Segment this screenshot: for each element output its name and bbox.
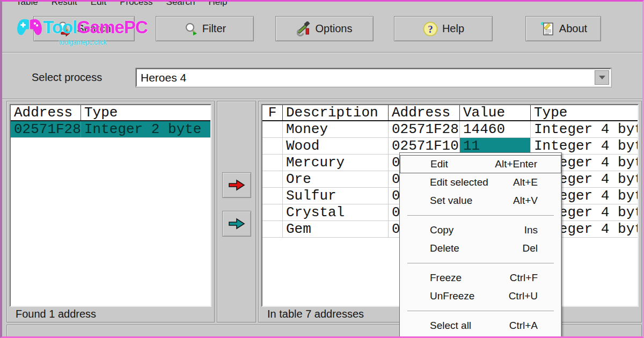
search-button-label: Search bbox=[77, 23, 111, 35]
about-button-label: About bbox=[559, 23, 587, 35]
freeze-cell[interactable] bbox=[262, 121, 283, 137]
memory-editor-window: TableResultEditProcessSearchHelp Search … bbox=[0, 0, 644, 338]
found-status-label: Found 1 address bbox=[16, 308, 96, 320]
chevron-down-icon bbox=[599, 76, 605, 79]
context-menu-item[interactable]: Delete Del bbox=[400, 239, 561, 258]
transfer-strip bbox=[217, 101, 256, 322]
context-menu-item-shortcut: Del bbox=[522, 243, 538, 254]
context-menu-item-shortcut: Alt+Enter bbox=[495, 158, 537, 170]
context-menu-item-label: Edit selected bbox=[430, 177, 488, 188]
help-button[interactable]: ? Help bbox=[394, 16, 493, 41]
description-cell[interactable]: Wood bbox=[283, 138, 389, 154]
freeze-cell[interactable] bbox=[262, 138, 283, 154]
description-cell[interactable]: Crystal bbox=[283, 204, 389, 221]
search-button[interactable]: Search bbox=[33, 16, 135, 41]
column-header-description[interactable]: Description bbox=[283, 105, 389, 120]
result-address-cell[interactable]: 02571F28 bbox=[11, 121, 81, 137]
context-menu-item-label: UnFreeze bbox=[430, 290, 474, 302]
type-cell[interactable]: Integer 4 byte bbox=[531, 121, 638, 137]
process-divider bbox=[2, 99, 642, 100]
context-menu-item-shortcut: Ctrl+U bbox=[509, 290, 538, 302]
process-combobox[interactable]: Heroes 4 bbox=[136, 68, 611, 87]
column-header-type[interactable]: Type bbox=[81, 105, 210, 120]
context-menu-item-shortcut: Alt+V bbox=[513, 195, 538, 207]
about-note-icon bbox=[539, 21, 555, 37]
context-menu-item-label: Set value bbox=[430, 195, 472, 207]
cheat-table-header: F Description Address Value Type bbox=[262, 105, 638, 121]
result-type-cell[interactable]: Integer 2 byte bbox=[81, 121, 210, 137]
context-menu-item[interactable]: Select all Ctrl+A bbox=[400, 317, 561, 335]
context-menu-item-label: Copy bbox=[430, 224, 453, 236]
process-combobox-value: Heroes 4 bbox=[141, 71, 186, 84]
value-cell[interactable]: 11 bbox=[460, 138, 531, 154]
context-menu-item[interactable]: Edit selected Alt+E bbox=[400, 173, 561, 192]
filter-icon bbox=[184, 21, 199, 36]
options-tools-icon bbox=[297, 21, 312, 36]
options-button-label: Options bbox=[316, 23, 353, 35]
freeze-cell[interactable] bbox=[262, 188, 283, 204]
search-arrow-icon bbox=[57, 21, 73, 37]
filter-button[interactable]: Filter bbox=[156, 16, 254, 41]
search-results-header: Address Type bbox=[11, 105, 210, 121]
context-menu-separator bbox=[407, 311, 554, 311]
select-process-label: Select process bbox=[32, 71, 102, 84]
context-menu-item[interactable]: Copy Ins bbox=[400, 221, 561, 239]
menu-item[interactable]: Process bbox=[120, 2, 152, 8]
context-menu-item-shortcut: Ctrl+A bbox=[509, 320, 538, 332]
menu-bar: TableResultEditProcessSearchHelp bbox=[2, 2, 642, 8]
column-header-freeze[interactable]: F bbox=[262, 105, 283, 120]
menu-bar-items: TableResultEditProcessSearchHelp bbox=[16, 2, 227, 8]
table-status-label: In table 7 addresses bbox=[267, 308, 364, 320]
freeze-cell[interactable] bbox=[262, 204, 283, 221]
context-menu-separator bbox=[407, 263, 554, 263]
menu-item[interactable]: Result bbox=[52, 2, 77, 8]
description-cell[interactable]: Sulfur bbox=[283, 188, 389, 204]
options-button[interactable]: Options bbox=[275, 16, 374, 41]
context-menu-item[interactable]: Freeze Ctrl+F bbox=[400, 269, 561, 287]
value-cell[interactable]: 14460 bbox=[460, 121, 531, 137]
about-button[interactable]: About bbox=[525, 16, 601, 41]
description-cell[interactable]: Ore bbox=[283, 171, 389, 187]
type-cell[interactable]: Integer 4 byte bbox=[531, 138, 638, 154]
freeze-cell[interactable] bbox=[262, 171, 283, 187]
menu-item[interactable]: Search bbox=[166, 2, 195, 8]
context-menu-item-shortcut: Ctrl+F bbox=[510, 272, 538, 284]
red-right-arrow-icon bbox=[228, 179, 246, 192]
context-menu-item[interactable]: UnFreeze Ctrl+U bbox=[400, 287, 561, 305]
cheat-table-row[interactable]: Money 02571F28 14460 Integer 4 byte bbox=[262, 121, 638, 138]
svg-text:?: ? bbox=[428, 24, 433, 35]
address-cell[interactable]: 02571F28 bbox=[389, 121, 460, 137]
description-cell[interactable]: Gem bbox=[283, 221, 389, 237]
column-header-type[interactable]: Type bbox=[531, 105, 638, 120]
context-menu-item-shortcut: Ins bbox=[524, 224, 538, 236]
context-menu-item[interactable]: Edit Alt+Enter bbox=[400, 155, 561, 173]
column-header-address[interactable]: Address bbox=[389, 105, 460, 120]
context-menu-item-label: Edit bbox=[430, 158, 448, 170]
teal-right-arrow-icon bbox=[228, 217, 246, 230]
menu-item[interactable]: Help bbox=[208, 2, 227, 8]
description-cell[interactable]: Money bbox=[283, 121, 389, 137]
process-dropdown-button[interactable] bbox=[595, 70, 609, 85]
search-results-panel: Address Type 02571F28 Integer 2 byte Fou… bbox=[6, 101, 215, 322]
context-menu-item-label: Delete bbox=[430, 243, 459, 254]
context-menu-item[interactable]: Set value Alt+V bbox=[400, 192, 561, 210]
search-result-row[interactable]: 02571F28 Integer 2 byte bbox=[11, 121, 210, 138]
freeze-cell[interactable] bbox=[262, 221, 283, 237]
column-header-value[interactable]: Value bbox=[460, 105, 531, 120]
address-cell[interactable]: 02571F10 bbox=[389, 138, 460, 154]
context-menu: Edit Alt+Enter Edit selected Alt+E Set v… bbox=[399, 152, 562, 338]
help-button-label: Help bbox=[442, 23, 464, 35]
menu-item[interactable]: Table bbox=[16, 2, 38, 8]
search-results-list[interactable]: Address Type 02571F28 Integer 2 byte bbox=[10, 104, 211, 307]
context-menu-item-shortcut: Alt+E bbox=[513, 177, 538, 188]
add-to-table-button[interactable] bbox=[222, 172, 251, 198]
help-question-icon: ? bbox=[422, 21, 438, 37]
column-header-address[interactable]: Address bbox=[11, 105, 81, 120]
menu-item[interactable]: Edit bbox=[91, 2, 106, 8]
freeze-cell[interactable] bbox=[262, 155, 283, 171]
context-menu-item-label: Select all bbox=[430, 320, 471, 332]
filter-button-label: Filter bbox=[202, 23, 226, 35]
add-all-to-table-button[interactable] bbox=[222, 211, 251, 237]
toolbar-divider bbox=[2, 52, 642, 53]
description-cell[interactable]: Mercury bbox=[283, 155, 389, 171]
